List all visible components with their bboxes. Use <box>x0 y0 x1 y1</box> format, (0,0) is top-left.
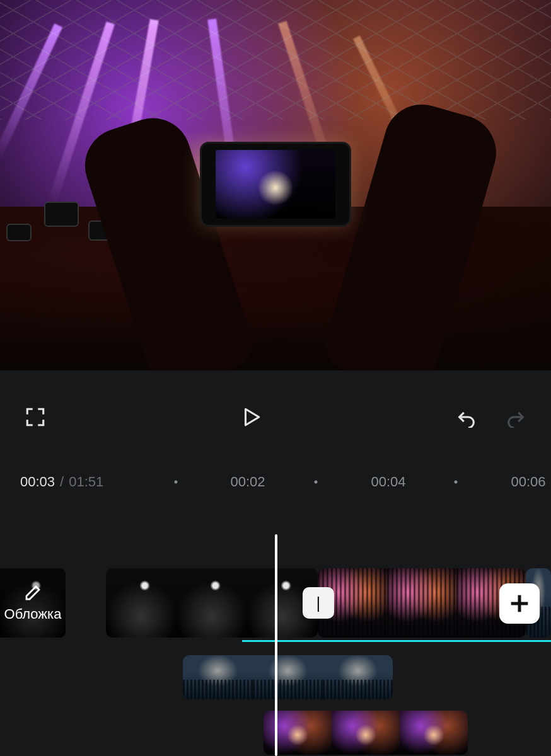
clip-frame <box>264 711 332 755</box>
add-clip-button[interactable] <box>499 583 540 624</box>
clip-frame <box>332 711 400 755</box>
ruler-dot <box>455 481 458 484</box>
plus-icon <box>507 591 532 616</box>
time-ruler[interactable]: 00:03 / 01:51 00:0200:0400:06 <box>0 464 551 500</box>
video-preview[interactable] <box>0 0 551 370</box>
time-separator: / <box>60 474 64 490</box>
current-time: 00:03 <box>20 474 55 490</box>
clip-frame <box>106 568 177 638</box>
crowd-phone <box>6 224 32 241</box>
clip[interactable] <box>106 568 318 638</box>
clip[interactable] <box>183 655 393 699</box>
total-duration: 01:51 <box>69 474 103 490</box>
crowd-phone <box>44 202 79 227</box>
ruler-label: 00:04 <box>371 474 405 490</box>
playhead[interactable] <box>275 534 277 756</box>
ruler-label: 00:02 <box>230 474 265 490</box>
audio-indicator <box>242 640 551 642</box>
svg-marker-0 <box>246 409 259 425</box>
redo-button[interactable] <box>503 404 528 430</box>
fullscreen-button[interactable] <box>23 404 48 430</box>
play-button[interactable] <box>238 404 264 430</box>
clip-frame <box>400 711 468 755</box>
undo-icon <box>456 406 477 428</box>
clip[interactable] <box>264 711 468 755</box>
ruler-dot <box>175 481 178 484</box>
phone-in-hands <box>200 142 351 227</box>
clip-frame <box>387 568 456 638</box>
clip-frame <box>323 655 393 699</box>
clip[interactable] <box>318 568 526 638</box>
ruler-label: 00:06 <box>511 474 545 490</box>
clip-frame <box>183 655 253 699</box>
clip-frame <box>177 568 247 638</box>
redo-icon <box>505 406 526 428</box>
transition-button[interactable]: | <box>303 587 334 619</box>
ruler-dot <box>315 481 318 484</box>
clip-frame <box>253 655 323 699</box>
transition-glyph: | <box>316 593 321 613</box>
playback-controls <box>0 370 551 464</box>
fullscreen-icon <box>25 406 46 428</box>
timeline[interactable]: Обложка | <box>0 500 551 756</box>
undo-button[interactable] <box>454 404 479 430</box>
play-icon <box>240 406 262 428</box>
